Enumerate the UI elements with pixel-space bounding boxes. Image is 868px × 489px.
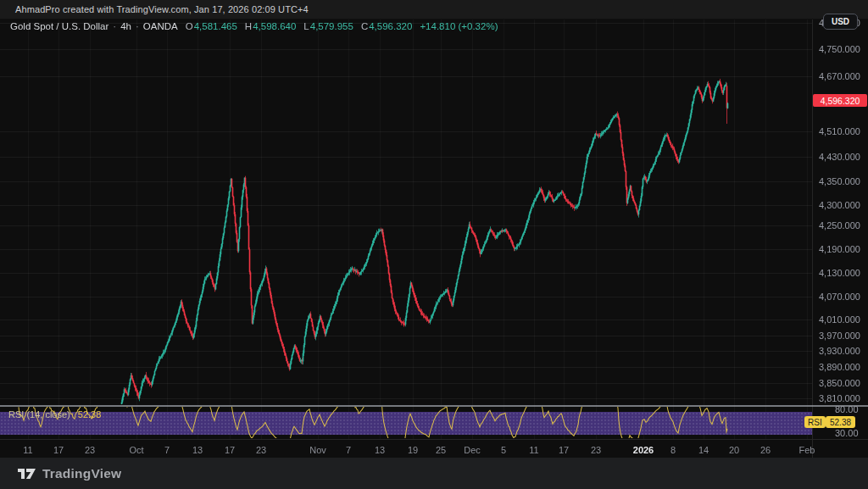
rsi-tag-badge: RSI — [804, 416, 826, 428]
tradingview-logo-icon — [18, 465, 36, 481]
time-axis-label: 19 — [408, 445, 418, 455]
price-axis-label: 3,930.000 — [819, 346, 860, 356]
close-value: 4,596.320 — [369, 21, 412, 31]
rsi-tag-value: 52.38 — [826, 416, 855, 428]
time-axis-label: Nov — [309, 445, 326, 455]
main-chart-canvas[interactable] — [0, 0, 868, 489]
price-axis-border — [812, 19, 813, 458]
time-axis-label: 23 — [85, 445, 95, 455]
attribution-bar: AhmadPro created with TradingView.com, J… — [0, 0, 868, 19]
currency-button[interactable]: USD — [823, 14, 858, 30]
rsi-legend[interactable]: RSI (14, close) 52.38 — [8, 409, 101, 420]
time-axis-label: 26 — [760, 445, 771, 455]
tradingview-logo-text: TradingView — [42, 466, 121, 481]
rsi-title: RSI (14, close) — [8, 409, 70, 420]
price-axis-label: 4,250.000 — [819, 220, 860, 231]
time-axis-label: 23 — [591, 445, 601, 455]
close-label: C — [361, 21, 368, 31]
open-value: 4,581.465 — [194, 21, 237, 31]
rsi-value: 52.38 — [78, 409, 102, 420]
time-axis-border — [0, 439, 868, 440]
tradingview-logo[interactable]: TradingView — [18, 465, 121, 481]
price-axis-label: 4,130.000 — [819, 268, 860, 278]
time-axis-label: 14 — [698, 445, 709, 455]
footer-bar: TradingView — [0, 458, 868, 489]
time-axis-label: 7 — [164, 445, 170, 455]
time-axis-label: 5 — [501, 445, 506, 455]
legend-separator-2: · — [136, 21, 139, 31]
price-axis-label: 4,350.000 — [819, 176, 860, 186]
price-axis-label: 4,190.000 — [819, 244, 860, 254]
attribution-text: AhmadPro created with TradingView.com, J… — [15, 4, 309, 14]
symbol-exchange: OANDA — [143, 21, 178, 31]
price-axis-label: 4,750.000 — [819, 44, 860, 54]
high-value: 4,598.640 — [253, 21, 296, 31]
price-axis-label: 4,010.000 — [819, 314, 860, 325]
price-axis-label: 4,300.000 — [819, 200, 860, 210]
price-axis-label: 3,850.000 — [819, 378, 860, 388]
legend-separator: · — [113, 21, 116, 31]
symbol-title: Gold Spot / U.S. Dollar — [10, 21, 108, 31]
low-label: L — [303, 21, 309, 31]
chart-root: AhmadPro created with TradingView.com, J… — [0, 0, 868, 489]
price-axis-label: 4,430.000 — [819, 152, 860, 162]
time-axis-label: 2026 — [633, 445, 654, 455]
time-axis-label: 11 — [23, 445, 32, 455]
symbol-interval: 4h — [120, 21, 131, 31]
open-label: O — [186, 21, 193, 31]
time-axis-label: 23 — [256, 445, 266, 455]
time-axis-label: Dec — [464, 445, 481, 455]
time-axis-label: 25 — [436, 445, 446, 455]
low-value: 4,579.955 — [310, 21, 353, 31]
time-axis-label: Oct — [129, 445, 143, 455]
high-label: H — [245, 21, 252, 31]
time-axis-label: 17 — [559, 445, 569, 455]
time-axis-label: 13 — [192, 445, 203, 455]
change-value: +14.810 (+0.32%) — [420, 21, 498, 31]
time-axis-label: 7 — [346, 445, 351, 455]
price-axis-label: 4,070.000 — [819, 292, 860, 302]
time-axis-label: 17 — [225, 445, 235, 455]
last-price-tag: 4,596.320 — [813, 94, 867, 107]
time-axis-label: 20 — [729, 445, 739, 455]
rsi-axis-label: 30.00 — [835, 428, 859, 438]
price-axis-label: 3,890.000 — [819, 362, 860, 372]
time-axis-label: 8 — [670, 445, 676, 455]
price-axis-label: 4,510.000 — [819, 126, 860, 136]
time-axis-label: 17 — [53, 445, 64, 455]
price-axis-label: 4,670.000 — [819, 71, 860, 81]
time-axis-label: Feb — [799, 445, 815, 455]
price-axis-label: 3,810.000 — [819, 393, 860, 403]
price-axis-label: 3,970.000 — [819, 331, 860, 341]
time-axis-label: 11 — [529, 445, 538, 455]
time-axis-label: 13 — [375, 445, 385, 455]
symbol-legend[interactable]: Gold Spot / U.S. Dollar · 4h · OANDA O 4… — [10, 20, 498, 32]
pane-separator[interactable] — [0, 405, 868, 407]
